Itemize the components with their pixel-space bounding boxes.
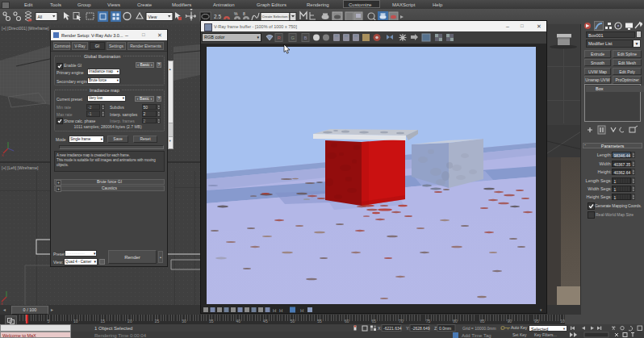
svg-text:All: All — [38, 15, 43, 19]
svg-text:H: H — [273, 308, 276, 313]
svg-text:H: H — [300, 308, 303, 313]
svg-text:0.0mm: 0.0mm — [439, 326, 451, 331]
svg-text:-6221.634: -6221.634 — [383, 326, 402, 331]
svg-text:Grid = 10000.0mm: Grid = 10000.0mm — [462, 326, 496, 331]
svg-text:8: 8 — [243, 11, 245, 16]
svg-text:View: View — [148, 15, 157, 19]
svg-text:-2628.649: -2628.649 — [412, 326, 430, 331]
svg-text:G: G — [291, 35, 295, 40]
svg-text:%: % — [234, 11, 238, 16]
svg-text:B: B — [304, 35, 307, 40]
svg-text:Create Selection S: Create Selection S — [262, 15, 291, 19]
svg-text:2.5: 2.5 — [214, 14, 221, 19]
svg-text:H: H — [279, 308, 282, 313]
svg-text:R: R — [278, 35, 282, 40]
